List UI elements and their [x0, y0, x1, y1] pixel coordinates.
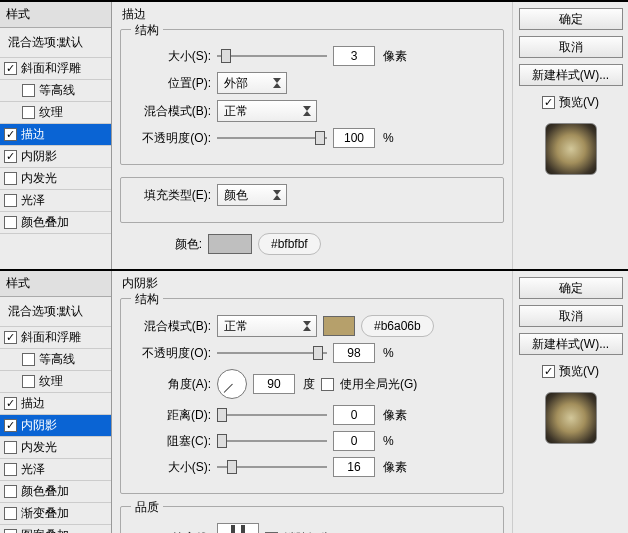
size-unit: 像素: [383, 459, 407, 476]
new-style-button[interactable]: 新建样式(W)...: [519, 64, 623, 86]
opacity-label: 不透明度(O):: [129, 130, 211, 147]
style-stroke[interactable]: 描边: [0, 393, 111, 415]
preview-thumbnail: [545, 392, 597, 444]
new-style-button[interactable]: 新建样式(W)...: [519, 333, 623, 355]
preview-toggle[interactable]: 预览(V): [542, 363, 599, 380]
checkbox-icon[interactable]: [22, 84, 35, 97]
section-title: 描边: [120, 2, 504, 25]
checkbox-icon[interactable]: [4, 485, 17, 498]
style-inner-glow[interactable]: 内发光: [0, 168, 111, 190]
right-column: 确定 取消 新建样式(W)... 预览(V): [512, 2, 628, 269]
style-label: 斜面和浮雕: [21, 60, 81, 77]
checkbox-icon[interactable]: [4, 216, 17, 229]
checkbox-icon[interactable]: [22, 375, 35, 388]
ok-button[interactable]: 确定: [519, 8, 623, 30]
sidebar: 样式 混合选项:默认 斜面和浮雕 等高线 纹理 描边 内阴影 内发光 光泽 颜色…: [0, 271, 112, 533]
style-satin[interactable]: 光泽: [0, 190, 111, 212]
style-label: 颜色叠加: [21, 214, 69, 231]
filltype-dropdown[interactable]: 颜色: [217, 184, 287, 206]
position-dropdown[interactable]: 外部: [217, 72, 287, 94]
style-satin[interactable]: 光泽: [0, 459, 111, 481]
checkbox-icon[interactable]: [542, 96, 555, 109]
cancel-button[interactable]: 取消: [519, 36, 623, 58]
style-label: 等高线: [39, 82, 75, 99]
size-slider[interactable]: [217, 49, 327, 63]
opacity-input[interactable]: [333, 343, 375, 363]
right-column: 确定 取消 新建样式(W)... 预览(V): [512, 271, 628, 533]
style-inner-glow[interactable]: 内发光: [0, 437, 111, 459]
checkbox-icon[interactable]: [4, 507, 17, 520]
distance-slider[interactable]: [217, 408, 327, 422]
style-color-overlay[interactable]: 颜色叠加: [0, 212, 111, 234]
blending-options[interactable]: 混合选项:默认: [0, 28, 111, 58]
angle-dial[interactable]: [217, 369, 247, 399]
style-bevel[interactable]: 斜面和浮雕: [0, 58, 111, 80]
style-label: 描边: [21, 126, 45, 143]
checkbox-icon[interactable]: [4, 331, 17, 344]
checkbox-icon[interactable]: [4, 62, 17, 75]
style-inner-shadow[interactable]: 内阴影: [0, 415, 111, 437]
choke-slider[interactable]: [217, 434, 327, 448]
angle-input[interactable]: [253, 374, 295, 394]
style-contour[interactable]: 等高线: [0, 349, 111, 371]
style-label: 内阴影: [21, 417, 57, 434]
color-label: 颜色:: [120, 236, 202, 253]
global-light-checkbox[interactable]: [321, 378, 334, 391]
checkbox-icon[interactable]: [4, 150, 17, 163]
style-label: 内阴影: [21, 148, 57, 165]
style-stroke[interactable]: 描边: [0, 124, 111, 146]
style-color-overlay[interactable]: 颜色叠加: [0, 481, 111, 503]
fieldset-structure: 结构 大小(S): 像素 位置(P): 外部 混合模式(B): 正常 不透明度(…: [120, 29, 504, 165]
dropdown-value: 正常: [224, 318, 248, 335]
cancel-button[interactable]: 取消: [519, 305, 623, 327]
opacity-slider[interactable]: [217, 346, 327, 360]
color-swatch[interactable]: [323, 316, 355, 336]
checkbox-icon[interactable]: [4, 529, 17, 533]
main-inner-shadow: 内阴影 结构 混合模式(B): 正常 #b6a06b 不透明度(O): % 角度…: [112, 271, 512, 533]
checkbox-icon[interactable]: [4, 194, 17, 207]
choke-input[interactable]: [333, 431, 375, 451]
preview-label: 预览(V): [559, 94, 599, 111]
color-hex: #bfbfbf: [258, 233, 321, 255]
fieldset-label: 结构: [131, 291, 163, 308]
blendmode-dropdown[interactable]: 正常: [217, 315, 317, 337]
distance-input[interactable]: [333, 405, 375, 425]
style-label: 纹理: [39, 104, 63, 121]
distance-unit: 像素: [383, 407, 407, 424]
contour-picker[interactable]: [217, 523, 259, 533]
ok-button[interactable]: 确定: [519, 277, 623, 299]
blendmode-dropdown[interactable]: 正常: [217, 100, 317, 122]
size-slider[interactable]: [217, 460, 327, 474]
preview-toggle[interactable]: 预览(V): [542, 94, 599, 111]
position-label: 位置(P):: [129, 75, 211, 92]
sidebar-header: 样式: [0, 2, 111, 28]
global-light-label: 使用全局光(G): [340, 376, 417, 393]
checkbox-icon[interactable]: [542, 365, 555, 378]
style-texture[interactable]: 纹理: [0, 371, 111, 393]
size-input[interactable]: [333, 46, 375, 66]
style-contour[interactable]: 等高线: [0, 80, 111, 102]
checkbox-icon[interactable]: [22, 106, 35, 119]
choke-unit: %: [383, 434, 394, 448]
style-label: 内发光: [21, 439, 57, 456]
style-inner-shadow[interactable]: 内阴影: [0, 146, 111, 168]
checkbox-icon[interactable]: [4, 463, 17, 476]
fieldset-quality: 品质 等高线: 消除锯齿(L) 杂色(N): %: [120, 506, 504, 533]
opacity-unit: %: [383, 131, 394, 145]
checkbox-icon[interactable]: [22, 353, 35, 366]
style-pattern-overlay[interactable]: 图案叠加: [0, 525, 111, 533]
style-texture[interactable]: 纹理: [0, 102, 111, 124]
checkbox-icon[interactable]: [4, 172, 17, 185]
checkbox-icon[interactable]: [4, 441, 17, 454]
style-bevel[interactable]: 斜面和浮雕: [0, 327, 111, 349]
opacity-slider[interactable]: [217, 131, 327, 145]
opacity-input[interactable]: [333, 128, 375, 148]
size-input[interactable]: [333, 457, 375, 477]
style-label: 描边: [21, 395, 45, 412]
blending-options[interactable]: 混合选项:默认: [0, 297, 111, 327]
style-gradient-overlay[interactable]: 渐变叠加: [0, 503, 111, 525]
color-swatch[interactable]: [208, 234, 252, 254]
checkbox-icon[interactable]: [4, 419, 17, 432]
checkbox-icon[interactable]: [4, 397, 17, 410]
checkbox-icon[interactable]: [4, 128, 17, 141]
